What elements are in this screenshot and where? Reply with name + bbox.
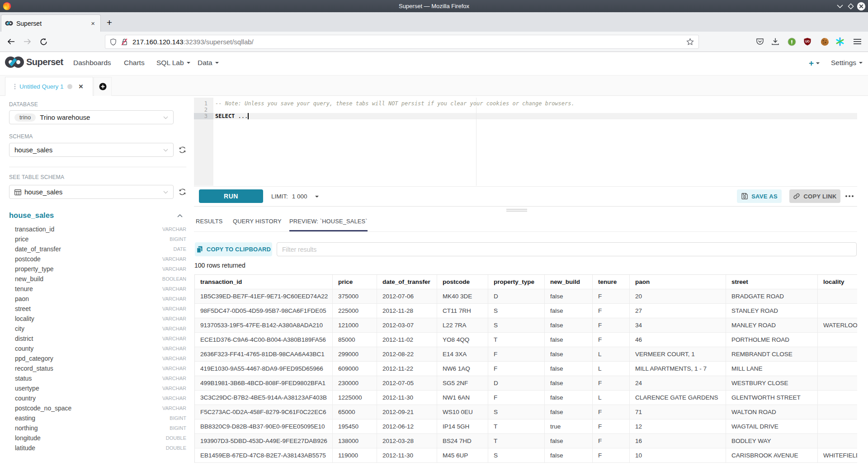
- containers-icon[interactable]: [835, 36, 845, 47]
- column-row[interactable]: paon VARCHAR: [9, 294, 186, 304]
- nav-data[interactable]: Data: [198, 59, 219, 67]
- column-row[interactable]: property_type VARCHAR: [9, 264, 186, 274]
- column-row[interactable]: city VARCHAR: [9, 324, 186, 334]
- column-row[interactable]: usertype VARCHAR: [9, 383, 186, 393]
- header-cell[interactable]: paon: [630, 275, 726, 289]
- query-tab[interactable]: Untitled Query 1 ✕: [5, 77, 93, 96]
- table-row[interactable]: BB8320C9-D82B-4B37-90E0-9FEE05095E10 195…: [195, 419, 857, 434]
- window-maximize-icon[interactable]: [846, 2, 855, 11]
- nav-add-button[interactable]: +: [809, 58, 820, 68]
- column-row[interactable]: date_of_transfer DATE: [9, 244, 186, 254]
- ublock-origin-icon[interactable]: UO: [802, 36, 813, 47]
- table-row[interactable]: 193907D3-5DBD-453D-A49E-9FEE27DAB926 138…: [195, 434, 857, 448]
- header-cell[interactable]: new_build: [545, 275, 593, 289]
- insecure-lock-icon[interactable]: [121, 38, 128, 46]
- column-row[interactable]: easting BIGINT: [9, 413, 186, 423]
- tab-query-history[interactable]: QUERY HISTORY: [233, 218, 282, 225]
- column-row[interactable]: price BIGINT: [9, 234, 186, 244]
- column-row[interactable]: tenure VARCHAR: [9, 284, 186, 294]
- column-row[interactable]: latitude DOUBLE: [9, 443, 186, 453]
- browser-tab-close-icon[interactable]: ×: [89, 19, 97, 27]
- chevron-up-icon[interactable]: [177, 214, 183, 217]
- table-heading[interactable]: house_sales: [9, 211, 54, 220]
- pocket-icon[interactable]: [755, 36, 765, 47]
- header-cell[interactable]: tenure: [593, 275, 630, 289]
- superset-logo[interactable]: Superset: [5, 56, 63, 68]
- reload-icon[interactable]: [37, 35, 50, 48]
- save-as-button[interactable]: SAVE AS: [737, 189, 782, 203]
- column-row[interactable]: northing BIGINT: [9, 423, 186, 433]
- window-minimize-icon[interactable]: [835, 2, 844, 11]
- unsaved-dot-icon: [67, 84, 72, 89]
- refresh-schema-icon[interactable]: [179, 146, 186, 154]
- column-row[interactable]: locality VARCHAR: [9, 314, 186, 324]
- table-row[interactable]: 3C3C29DC-B7B2-4BE5-914A-A38123AF403B 122…: [195, 391, 857, 405]
- header-cell[interactable]: price: [333, 275, 377, 289]
- refresh-table-icon[interactable]: [179, 188, 186, 196]
- sql-editor[interactable]: 1 2 3 -- Note: Unless you save your quer…: [194, 98, 857, 186]
- header-cell[interactable]: locality: [818, 275, 857, 289]
- header-cell[interactable]: transaction_id: [195, 275, 333, 289]
- cookie-icon[interactable]: [819, 36, 830, 47]
- nav-charts[interactable]: Charts: [124, 59, 145, 67]
- nav-sql-lab[interactable]: SQL Lab: [156, 59, 190, 67]
- add-query-tab-button[interactable]: [94, 77, 112, 96]
- tab-results[interactable]: RESULTS: [196, 218, 222, 225]
- header-cell[interactable]: date_of_transfer: [377, 275, 437, 289]
- nav-settings[interactable]: Settings: [831, 59, 863, 67]
- browser-tab[interactable]: Superset ×: [1, 14, 101, 32]
- downloads-icon[interactable]: [770, 36, 781, 47]
- table-row[interactable]: 499B1981-3B6B-4BCD-808F-9FED9802BFA1 230…: [195, 376, 857, 391]
- table-row[interactable]: 1B5C39ED-BE7F-41EF-9E71-9C60EED74A22 375…: [195, 289, 857, 304]
- back-icon[interactable]: [5, 35, 17, 48]
- table-row[interactable]: F5C273AC-0D2A-458F-8279-9C61F0C22EC6 650…: [195, 405, 857, 419]
- shield-icon[interactable]: [110, 38, 117, 46]
- column-row[interactable]: record_status VARCHAR: [9, 363, 186, 373]
- browser-new-tab-button[interactable]: +: [103, 16, 116, 29]
- column-row[interactable]: county VARCHAR: [9, 344, 186, 353]
- table-row[interactable]: EB1459EB-67ED-47C8-B2E7-A38143AB5575 119…: [195, 448, 857, 463]
- column-row[interactable]: new_build BOOLEAN: [9, 274, 186, 284]
- limit-dropdown[interactable]: LIMIT: 1 000: [271, 187, 319, 206]
- column-row[interactable]: district VARCHAR: [9, 334, 186, 344]
- cell: WS10 0EU: [437, 405, 488, 419]
- database-select[interactable]: trino Trino warehouse: [9, 110, 174, 124]
- column-row[interactable]: longitude DOUBLE: [9, 433, 186, 443]
- column-row[interactable]: country VARCHAR: [9, 393, 186, 403]
- query-tab-close-icon[interactable]: ✕: [79, 83, 84, 90]
- table-row[interactable]: 419E1030-9A55-4467-8DA9-9FED95D65966 609…: [195, 362, 857, 376]
- menu-hamburger-icon[interactable]: [852, 36, 863, 47]
- table-row[interactable]: ECE1D376-C9A6-4C00-B004-A380B189FA56 850…: [195, 333, 857, 347]
- drag-handle-icon[interactable]: [14, 84, 16, 89]
- tab-preview[interactable]: PREVIEW: `HOUSE_SALES`: [289, 218, 368, 231]
- column-row[interactable]: ppd_category VARCHAR: [9, 353, 186, 363]
- column-row[interactable]: street VARCHAR: [9, 304, 186, 314]
- url-bar[interactable]: 217.160.120.143:32393/superset/sqllab/: [105, 35, 699, 49]
- column-row[interactable]: status VARCHAR: [9, 373, 186, 383]
- header-cell[interactable]: postcode: [437, 275, 488, 289]
- header-cell[interactable]: property_type: [488, 275, 545, 289]
- cell: F: [593, 448, 630, 463]
- header-cell[interactable]: street: [726, 275, 818, 289]
- window-close-icon[interactable]: [857, 2, 866, 11]
- table-row[interactable]: 91370533-19F5-47FE-B142-A380A8ADA210 121…: [195, 318, 857, 333]
- schema-select[interactable]: house_sales: [9, 143, 174, 157]
- more-actions-icon[interactable]: [844, 189, 855, 203]
- table-row[interactable]: 2636F323-FF41-4765-81DB-98CAA6A43BC1 299…: [195, 347, 857, 362]
- column-row[interactable]: postcode_no_space VARCHAR: [9, 403, 186, 413]
- url-text[interactable]: 217.160.120.143:32393/superset/sqllab/: [132, 38, 686, 46]
- pane-splitter-handle[interactable]: [506, 209, 527, 212]
- cell: false: [545, 448, 593, 463]
- nav-dashboards[interactable]: Dashboards: [73, 59, 111, 67]
- table-select[interactable]: house_sales: [9, 185, 174, 199]
- run-button[interactable]: RUN: [199, 189, 263, 203]
- privacy-badger-icon[interactable]: [786, 36, 797, 47]
- table-row[interactable]: 98F5DC47-0D05-4D59-95B7-98CA6F1FDE05 225…: [195, 304, 857, 318]
- filter-results-input[interactable]: [277, 242, 857, 256]
- forward-icon[interactable]: [21, 35, 33, 48]
- bookmark-star-icon[interactable]: [686, 38, 694, 46]
- column-row[interactable]: transaction_id VARCHAR: [9, 224, 186, 234]
- copy-link-button[interactable]: COPY LINK: [789, 189, 840, 203]
- copy-to-clipboard-button[interactable]: COPY TO CLIPBOARD: [195, 242, 272, 256]
- column-row[interactable]: postcode VARCHAR: [9, 254, 186, 264]
